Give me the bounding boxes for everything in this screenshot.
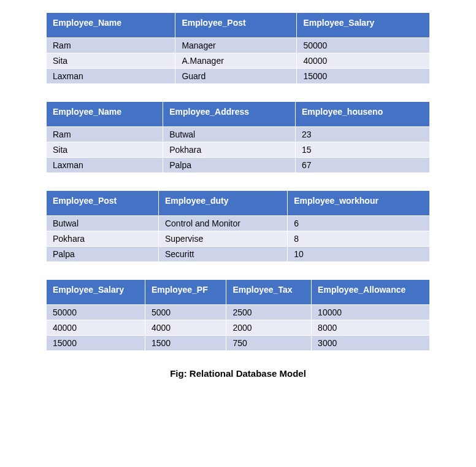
data-cell: Laxman (47, 158, 163, 173)
header-cell: Employee_houseno (295, 102, 429, 127)
table-row: 50000 5000 2500 10000 (47, 305, 430, 320)
data-cell: Laxman (47, 69, 175, 84)
header-cell: Employee_workhour (288, 191, 430, 216)
data-cell: Securitt (158, 247, 287, 262)
data-cell: 15 (295, 142, 429, 158)
table-employee-duty: Employee_Post Employee_duty Employee_wor… (46, 190, 430, 262)
header-cell: Employee_Name (47, 13, 175, 38)
header-cell: Employee_Salary (47, 280, 145, 305)
table-employee-address: Employee_Name Employee_Address Employee_… (46, 101, 430, 173)
header-cell: Employee_Post (47, 191, 159, 216)
data-cell: A.Manager (175, 53, 297, 69)
data-cell: Pokhara (163, 142, 296, 158)
table-row: Sita A.Manager 40000 (47, 53, 430, 69)
table-row: Sita Pokhara 15 (47, 142, 430, 158)
data-cell: 3000 (312, 336, 430, 351)
table-row: Butwal Control and Monitor 6 (47, 216, 430, 231)
table-row: Ram Butwal 23 (47, 127, 430, 142)
table-employee-post-salary: Employee_Name Employee_Post Employee_Sal… (46, 12, 430, 84)
data-cell: 50000 (297, 38, 430, 53)
data-cell: 67 (295, 158, 429, 173)
data-cell: 5000 (145, 305, 226, 320)
data-cell: Supervise (158, 231, 287, 247)
header-cell: Employee_Tax (226, 280, 312, 305)
data-cell: 50000 (47, 305, 145, 320)
data-cell: Control and Monitor (158, 216, 287, 231)
header-cell: Employee_Post (175, 13, 297, 38)
data-cell: Butwal (163, 127, 296, 142)
data-cell: Ram (47, 38, 175, 53)
table-row: Laxman Palpa 67 (47, 158, 430, 173)
table-row: 15000 1500 750 3000 (47, 336, 430, 351)
header-cell: Employee_Salary (297, 13, 430, 38)
data-cell: 4000 (145, 320, 226, 336)
table-row: Ram Manager 50000 (47, 38, 430, 53)
data-cell: Butwal (47, 216, 159, 231)
data-cell: 10 (288, 247, 430, 262)
figure-caption: Fig: Relational Database Model (46, 368, 430, 379)
data-cell: 40000 (297, 53, 430, 69)
data-cell: Guard (175, 69, 297, 84)
header-cell: Employee_Name (47, 102, 163, 127)
data-cell: 23 (295, 127, 429, 142)
data-cell: Palpa (163, 158, 296, 173)
data-cell: 10000 (312, 305, 430, 320)
table-row: Palpa Securitt 10 (47, 247, 430, 262)
data-cell: Ram (47, 127, 163, 142)
header-cell: Employee_Address (163, 102, 296, 127)
table-row: 40000 4000 2000 8000 (47, 320, 430, 336)
data-cell: Pokhara (47, 231, 159, 247)
table-row: Laxman Guard 15000 (47, 69, 430, 84)
header-cell: Employee_Allowance (312, 280, 430, 305)
data-cell: Palpa (47, 247, 159, 262)
data-cell: Sita (47, 142, 163, 158)
data-cell: 40000 (47, 320, 145, 336)
header-cell: Employee_PF (145, 280, 226, 305)
data-cell: Sita (47, 53, 175, 69)
data-cell: 1500 (145, 336, 226, 351)
table-employee-salary-details: Employee_Salary Employee_PF Employee_Tax… (46, 279, 430, 351)
table-row: Pokhara Supervise 8 (47, 231, 430, 247)
data-cell: Manager (175, 38, 297, 53)
data-cell: 2000 (226, 320, 312, 336)
data-cell: 8 (288, 231, 430, 247)
data-cell: 15000 (297, 69, 430, 84)
data-cell: 750 (226, 336, 312, 351)
data-cell: 15000 (47, 336, 145, 351)
data-cell: 8000 (312, 320, 430, 336)
data-cell: 6 (288, 216, 430, 231)
header-cell: Employee_duty (158, 191, 287, 216)
data-cell: 2500 (226, 305, 312, 320)
